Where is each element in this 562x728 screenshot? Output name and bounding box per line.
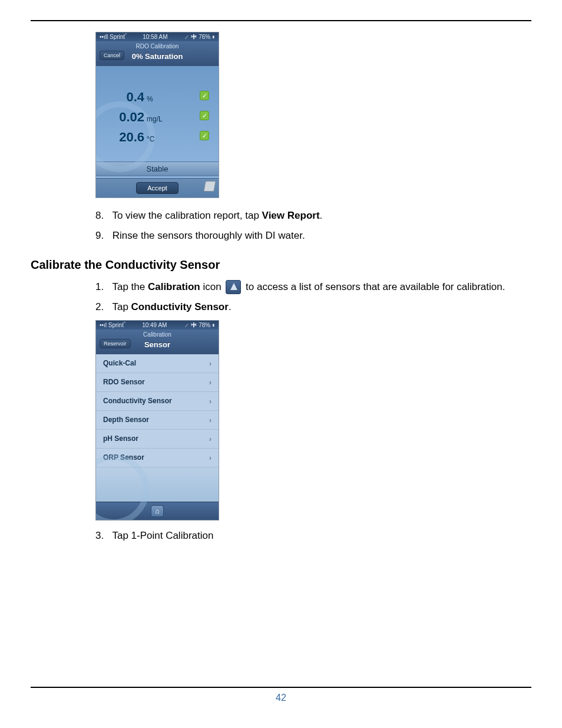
battery-icon: ⟋ ✱ 76% ▮ — [184, 34, 215, 40]
check-icon: ✓ — [200, 91, 209, 100]
status-time: 10:49 AM — [125, 322, 184, 328]
list-item-depth-sensor[interactable]: Depth Sensor › — [96, 411, 219, 430]
step-3: 3. Tap 1-Point Calibration — [95, 529, 531, 543]
home-icon: ⌂ — [155, 507, 159, 515]
bottom-toolbar: ⌂ — [96, 502, 219, 520]
nav-bar: RDO Calibration Cancel 0% Saturation — [96, 41, 219, 66]
nav-title: Sensor — [144, 340, 170, 349]
status-time: 10:58 AM — [127, 34, 184, 40]
reading-unit: mg/L — [147, 115, 163, 123]
reading-row: 0.02 mg/L ✓ — [96, 107, 219, 127]
section-heading: Calibrate the Conductivity Sensor — [31, 258, 531, 272]
step-2: 2. Tap Conductivity Sensor. — [95, 300, 531, 314]
list-item-rdo-sensor[interactable]: RDO Sensor › — [96, 373, 219, 392]
check-icon: ✓ — [200, 131, 209, 140]
page-number: 42 — [276, 693, 286, 703]
screenshot-rdo-calibration: ••ıll Sprint ︢ 10:58 AM ⟋ ✱ 76% ▮ RDO Ca… — [95, 32, 219, 198]
chevron-right-icon: › — [209, 416, 211, 424]
step-9: 9. Rinse the sensors thoroughly with DI … — [95, 229, 531, 243]
list-item-label: ORP Sensor — [103, 453, 144, 462]
chevron-right-icon: › — [209, 359, 211, 368]
accept-button[interactable]: Accept — [136, 182, 178, 194]
note-icon[interactable] — [203, 181, 216, 192]
list-item-label: pH Sensor — [103, 434, 138, 443]
chevron-right-icon: › — [209, 397, 211, 406]
status-bar: ••ıl Sprint ︢ 10:49 AM ⟋ ✱ 78% ▮ — [96, 321, 219, 330]
chevron-right-icon: › — [209, 434, 211, 443]
list-item-quick-cal[interactable]: Quick-Cal › — [96, 354, 219, 373]
top-rule — [31, 20, 531, 21]
calibration-icon — [226, 280, 241, 294]
step-8: 8. To view the calibration report, tap V… — [95, 209, 531, 223]
reading-value: 20.6 — [103, 130, 144, 145]
stable-indicator: Stable — [96, 162, 219, 176]
nav-bar: Calibration Reservoir Sensor — [96, 330, 219, 354]
cancel-button[interactable]: Cancel — [100, 51, 124, 60]
chevron-right-icon: › — [209, 378, 211, 387]
nav-subtitle: Calibration — [96, 331, 219, 338]
signal-icon: ••ıll Sprint ︢ — [100, 34, 127, 40]
bottom-toolbar: Accept — [96, 178, 219, 197]
list-item-conductivity-sensor[interactable]: Conductivity Sensor › — [96, 392, 219, 411]
list-empty-area — [96, 467, 219, 502]
phone-body: 0.4 % ✓ 0.02 mg/L ✓ 20.6 °C ✓ St — [96, 66, 219, 178]
step-1: 1. Tap the Calibration icon to access a … — [95, 280, 531, 295]
list-item-ph-sensor[interactable]: pH Sensor › — [96, 430, 219, 449]
signal-icon: ••ıl Sprint ︢ — [100, 322, 125, 328]
list-item-orp-sensor[interactable]: ORP Sensor › — [96, 449, 219, 467]
screenshot-sensor-list: ••ıl Sprint ︢ 10:49 AM ⟋ ✱ 78% ▮ Calibra… — [95, 320, 219, 521]
reading-unit: °C — [147, 135, 154, 143]
reading-row: 20.6 °C ✓ — [96, 127, 219, 147]
reading-unit: % — [147, 95, 153, 103]
list-item-label: Depth Sensor — [103, 416, 149, 424]
reading-row: 0.4 % ✓ — [96, 87, 219, 107]
list-item-label: Quick-Cal — [103, 359, 136, 367]
nav-title: 0% Saturation — [132, 52, 183, 61]
list-item-label: RDO Sensor — [103, 378, 145, 386]
page-footer: 42 — [31, 687, 531, 703]
sensor-list: Quick-Cal › RDO Sensor › Conductivity Se… — [96, 354, 219, 502]
status-bar: ••ıll Sprint ︢ 10:58 AM ⟋ ✱ 76% ▮ — [96, 32, 219, 41]
reading-value: 0.02 — [103, 110, 144, 125]
home-button[interactable]: ⌂ — [151, 505, 164, 517]
back-button[interactable]: Reservoir — [100, 339, 131, 348]
list-item-label: Conductivity Sensor — [103, 397, 172, 405]
chevron-right-icon: › — [209, 453, 211, 462]
nav-subtitle: RDO Calibration — [96, 43, 219, 50]
reading-value: 0.4 — [103, 90, 144, 105]
check-icon: ✓ — [200, 111, 209, 120]
battery-icon: ⟋ ✱ 78% ▮ — [184, 322, 215, 328]
